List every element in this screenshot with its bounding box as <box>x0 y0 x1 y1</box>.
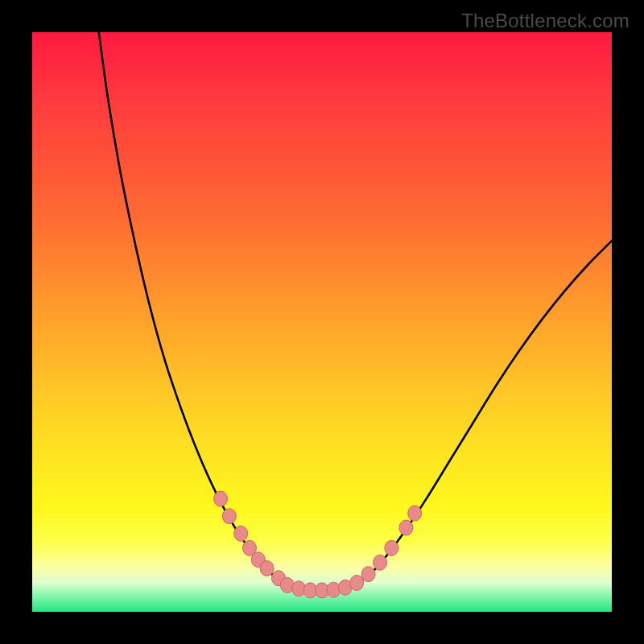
curve-marker <box>399 520 413 535</box>
chart-frame: TheBottleneck.com <box>0 0 644 644</box>
curve-layer <box>32 32 612 612</box>
curve-marker <box>234 526 248 541</box>
curve-marker <box>350 576 364 591</box>
marker-group <box>214 491 422 598</box>
curve-marker <box>222 509 236 524</box>
bottleneck-curve <box>99 32 613 590</box>
curve-marker <box>361 567 375 582</box>
plot-area <box>32 32 612 612</box>
curve-marker <box>260 561 274 576</box>
curve-marker <box>214 491 228 506</box>
curve-marker <box>408 506 422 521</box>
watermark-label: TheBottleneck.com <box>461 10 630 32</box>
curve-marker <box>385 540 398 555</box>
curve-marker <box>374 555 387 570</box>
